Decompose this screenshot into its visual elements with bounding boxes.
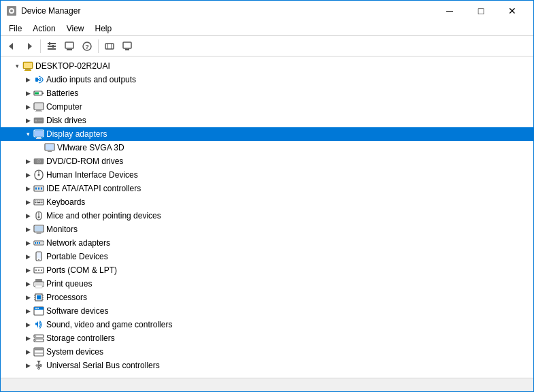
svg-point-80	[41, 270, 42, 271]
tree-vmware[interactable]: ▶ VMware SVGA 3D	[1, 141, 533, 154]
menu-action[interactable]: Action	[27, 22, 61, 35]
computer-label: Computer	[46, 102, 82, 112]
software-expand[interactable]: ▶	[22, 306, 33, 316]
tree-storage[interactable]: ▶ Storage controllers	[1, 331, 533, 345]
mice-expand[interactable]: ▶	[22, 210, 33, 221]
svg-marker-107	[37, 361, 41, 363]
svg-rect-105	[35, 353, 43, 354]
svg-rect-71	[35, 242, 36, 244]
toolbar-separator-2	[98, 39, 99, 53]
tree-monitors[interactable]: ▶ Monitors	[1, 223, 533, 236]
svg-rect-67	[37, 233, 41, 233]
tree-sound[interactable]: ▶ Sound, video and game controllers	[1, 318, 533, 331]
svg-rect-32	[35, 111, 42, 112]
svg-rect-72	[37, 242, 38, 244]
tree-disk[interactable]: ▶ Disk drives	[1, 114, 533, 127]
tree-ide[interactable]: ▶ IDE ATA/ATAPI controllers	[1, 182, 533, 195]
title-bar: Device Manager ─ □ ✕	[1, 1, 533, 21]
tree-system[interactable]: ▶ System devices	[1, 345, 533, 359]
tree-processors[interactable]: ▶ Processors	[1, 291, 533, 304]
tree-computer[interactable]: ▶ Computer	[1, 100, 533, 114]
ide-expand[interactable]: ▶	[22, 183, 33, 194]
ide-icon	[33, 183, 44, 194]
disk-label: Disk drives	[46, 116, 86, 125]
tree-software[interactable]: ▶ Software devices	[1, 304, 533, 318]
tree-usb[interactable]: ▶ Universal Serial Bus controllers	[1, 359, 533, 372]
portable-expand[interactable]: ▶	[22, 251, 33, 262]
help-button[interactable]: ?	[79, 38, 95, 54]
vmware-label: VMware SVGA 3D	[57, 143, 124, 152]
svg-rect-75	[37, 253, 41, 259]
tree-keyboards[interactable]: ▶ Keyboards	[1, 195, 533, 209]
maximize-button[interactable]: □	[465, 1, 497, 21]
svg-rect-53	[41, 188, 42, 190]
portable-label: Portable Devices	[46, 252, 108, 261]
monitors-expand[interactable]: ▶	[22, 224, 33, 235]
monitors-label: Monitors	[46, 225, 78, 234]
svg-text:?: ?	[85, 44, 89, 50]
toolbar-separator-1	[40, 39, 41, 53]
tree-portable[interactable]: ▶ Portable Devices	[1, 250, 533, 263]
tree-network[interactable]: ▶ Network adapters	[1, 236, 533, 250]
system-label: System devices	[46, 347, 103, 357]
tree-hid[interactable]: ▶ Human Interface Devices	[1, 168, 533, 182]
ports-expand[interactable]: ▶	[22, 265, 33, 276]
menu-view[interactable]: View	[61, 22, 90, 35]
tree-content[interactable]: ▾ DESKTOP-02R2UAI ▶	[1, 56, 533, 378]
svg-rect-39	[36, 138, 41, 139]
dvd-expand[interactable]: ▶	[22, 156, 33, 167]
svg-rect-5	[48, 43, 56, 44]
svg-rect-31	[36, 110, 41, 111]
menu-help[interactable]: Help	[90, 22, 118, 35]
svg-rect-30	[35, 103, 43, 109]
keyboards-expand[interactable]: ▶	[22, 197, 33, 208]
tree-batteries[interactable]: ▶ Batteries	[1, 86, 533, 100]
back-button[interactable]	[3, 38, 20, 54]
svg-rect-68	[36, 233, 41, 234]
tree-audio[interactable]: ▶ Audio inputs and outputs	[1, 73, 533, 86]
update-button[interactable]	[61, 38, 78, 54]
system-expand[interactable]: ▶	[22, 346, 33, 357]
disk-expand[interactable]: ▶	[22, 115, 33, 126]
vmware-expand: ▶	[33, 142, 44, 153]
hid-expand[interactable]: ▶	[22, 169, 33, 180]
menu-file[interactable]: File	[3, 22, 27, 35]
svg-rect-52	[38, 188, 39, 190]
tree-mice[interactable]: ▶ Mice and other pointing devices	[1, 209, 533, 223]
resources-button[interactable]	[101, 38, 118, 54]
tree-root[interactable]: ▾ DESKTOP-02R2UAI	[1, 59, 533, 73]
svg-rect-51	[35, 188, 37, 190]
close-button[interactable]: ✕	[497, 1, 528, 21]
sound-expand[interactable]: ▶	[22, 319, 33, 330]
tree-print[interactable]: ▶ Print queues	[1, 277, 533, 291]
print-expand[interactable]: ▶	[22, 278, 33, 289]
audio-label: Audio inputs and outputs	[46, 75, 136, 84]
svg-point-99	[35, 336, 37, 337]
audio-expand[interactable]: ▶	[22, 74, 33, 85]
svg-rect-7	[48, 48, 56, 50]
tree-ports[interactable]: ▶ Ports (COM & LPT)	[1, 263, 533, 277]
monitor-button[interactable]	[119, 38, 135, 54]
svg-rect-104	[35, 352, 43, 353]
usb-label: Universal Serial Bus controllers	[46, 361, 160, 370]
sound-label: Sound, video and game controllers	[46, 320, 172, 329]
computer-expand[interactable]: ▶	[22, 101, 33, 112]
root-expand[interactable]: ▾	[12, 61, 22, 71]
tree-dvd[interactable]: ▶ DVD/CD-ROM drives	[1, 154, 533, 168]
forward-button[interactable]	[21, 38, 37, 54]
minimize-button[interactable]: ─	[434, 1, 465, 21]
svg-point-64	[38, 216, 40, 218]
tree-display[interactable]: ▾ Display adapters	[1, 127, 533, 141]
usb-expand[interactable]: ▶	[22, 360, 33, 371]
system-icon	[33, 346, 44, 357]
svg-rect-11	[67, 49, 72, 50]
network-expand[interactable]: ▶	[22, 238, 33, 248]
printer-icon	[33, 278, 44, 289]
batteries-expand[interactable]: ▶	[22, 88, 33, 99]
display-expand[interactable]: ▾	[22, 129, 33, 140]
monitor-icon	[33, 224, 44, 235]
storage-expand[interactable]: ▶	[22, 333, 33, 344]
properties-button[interactable]	[44, 38, 60, 54]
processors-expand[interactable]: ▶	[22, 292, 33, 303]
batteries-label: Batteries	[46, 88, 78, 98]
